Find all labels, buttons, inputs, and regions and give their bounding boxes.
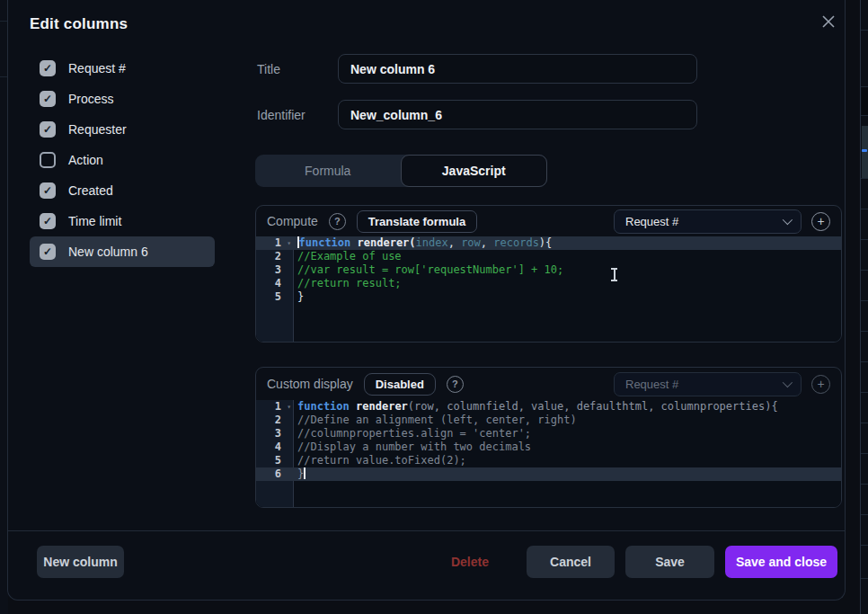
column-list-item[interactable]: ✓New column 6 bbox=[30, 236, 215, 267]
line-number: 1▾ bbox=[256, 400, 294, 414]
compute-panel: Compute ? Translate formula Request # + … bbox=[255, 205, 842, 343]
compute-panel-header: Compute ? Translate formula Request # + bbox=[256, 206, 841, 236]
code-line[interactable]: 2//Example of use bbox=[256, 250, 841, 263]
line-number: 3 bbox=[256, 263, 294, 277]
code-text: //Display a number with two decimals bbox=[294, 440, 531, 454]
line-number: 5 bbox=[256, 290, 294, 304]
code-line[interactable]: 6} bbox=[256, 467, 841, 481]
code-text: //var result = row['requestNumber'] + 10… bbox=[294, 263, 563, 277]
background-table-line bbox=[861, 453, 868, 454]
line-number: 5 bbox=[256, 454, 294, 467]
line-number: 2 bbox=[256, 250, 294, 263]
background-table-line bbox=[861, 392, 868, 393]
checkbox-checked-icon[interactable]: ✓ bbox=[40, 91, 56, 107]
formula-javascript-tabs: Formula JavaScript bbox=[255, 155, 547, 187]
footer-actions: Delete Cancel Save Save and close bbox=[451, 546, 837, 578]
checkbox-checked-icon[interactable]: ✓ bbox=[40, 60, 56, 76]
footer-divider bbox=[8, 530, 845, 531]
line-number: 4 bbox=[256, 277, 294, 290]
checkbox-checked-icon[interactable]: ✓ bbox=[40, 244, 56, 260]
identifier-label: Identifier bbox=[257, 108, 306, 122]
add-icon[interactable]: + bbox=[811, 375, 830, 394]
disabled-toggle-button[interactable]: Disabled bbox=[364, 373, 436, 396]
line-number: 6 bbox=[256, 467, 294, 481]
checkbox-checked-icon[interactable]: ✓ bbox=[40, 213, 56, 229]
background-table-line bbox=[861, 545, 868, 546]
code-text: } bbox=[294, 290, 304, 304]
column-list-item[interactable]: ✓Process bbox=[30, 84, 215, 114]
checkbox-checked-icon[interactable]: ✓ bbox=[40, 182, 56, 199]
column-list-item[interactable]: Action bbox=[30, 145, 215, 175]
code-text: //columnproperties.align = 'center'; bbox=[294, 427, 531, 440]
chevron-down-icon bbox=[783, 378, 793, 387]
background-table-line bbox=[861, 578, 868, 579]
code-line[interactable]: 5//return value.toFixed(2); bbox=[256, 454, 841, 467]
code-text: } bbox=[294, 467, 306, 481]
background-page-right bbox=[860, 0, 868, 614]
code-line[interactable]: 3//var result = row['requestNumber'] + 1… bbox=[256, 263, 841, 277]
line-number: 2 bbox=[256, 414, 294, 427]
code-text: function renderer(row, columnfield, valu… bbox=[294, 400, 778, 414]
new-column-button[interactable]: New column bbox=[37, 546, 124, 578]
text-caret bbox=[304, 467, 306, 479]
screen: Edit columns ✓Request #✓Process✓Requeste… bbox=[0, 0, 868, 614]
code-text: function renderer(index, row, records){ bbox=[294, 236, 552, 250]
compute-column-dropdown[interactable]: Request # bbox=[614, 209, 802, 234]
checkbox-checked-icon[interactable]: ✓ bbox=[40, 121, 56, 138]
custom-display-header: Custom display Disabled ? Request # + bbox=[256, 368, 841, 400]
tab-javascript[interactable]: JavaScript bbox=[401, 155, 548, 187]
custom-display-label: Custom display bbox=[267, 377, 353, 391]
help-icon[interactable]: ? bbox=[447, 376, 464, 393]
fold-arrow-icon[interactable]: ▾ bbox=[287, 400, 291, 414]
cancel-button[interactable]: Cancel bbox=[527, 546, 615, 578]
identifier-input[interactable] bbox=[338, 100, 697, 129]
add-icon[interactable]: + bbox=[811, 212, 830, 231]
column-list-item[interactable]: ✓Requester bbox=[30, 114, 215, 145]
help-icon[interactable]: ? bbox=[329, 213, 346, 230]
code-line[interactable]: 4//return result; bbox=[256, 277, 841, 290]
tab-formula[interactable]: Formula bbox=[255, 155, 401, 187]
code-line[interactable]: 1▾function renderer(index, row, records)… bbox=[256, 236, 841, 250]
background-table-line bbox=[861, 423, 868, 423]
delete-button[interactable]: Delete bbox=[451, 555, 489, 569]
background-table-line bbox=[861, 239, 868, 240]
code-line[interactable]: 3//columnproperties.align = 'center'; bbox=[256, 427, 841, 440]
compute-dropdown-value: Request # bbox=[625, 215, 678, 228]
line-number: 1▾ bbox=[256, 236, 294, 250]
background-table-line bbox=[861, 30, 868, 31]
background-table-line bbox=[861, 270, 868, 271]
code-text: //Example of use bbox=[294, 250, 402, 263]
column-list-item[interactable]: ✓Created bbox=[30, 175, 215, 206]
column-list-item-label: Created bbox=[68, 183, 113, 198]
translate-formula-button[interactable]: Translate formula bbox=[357, 210, 477, 233]
code-line[interactable]: 4//Display a number with two decimals bbox=[256, 440, 841, 454]
code-text: //return result; bbox=[294, 277, 402, 290]
column-list-item[interactable]: ✓Time limit bbox=[30, 206, 215, 236]
background-table-line bbox=[861, 300, 868, 301]
background-table-cell bbox=[862, 86, 868, 115]
column-list: ✓Request #✓Process✓RequesterAction✓Creat… bbox=[30, 53, 215, 267]
code-line[interactable]: 5} bbox=[256, 290, 841, 304]
code-line[interactable]: 2//Define an alignment (left, center, ri… bbox=[256, 414, 841, 427]
fold-arrow-icon[interactable]: ▾ bbox=[287, 236, 291, 250]
background-table-line bbox=[861, 484, 868, 485]
line-number: 3 bbox=[256, 427, 294, 440]
checkbox-unchecked-icon[interactable] bbox=[40, 152, 56, 168]
code-text: //return value.toFixed(2); bbox=[294, 454, 466, 467]
column-list-item[interactable]: ✓Request # bbox=[30, 53, 215, 84]
background-table-line bbox=[861, 115, 868, 116]
column-list-item-label: Requester bbox=[68, 122, 127, 137]
custom-display-column-dropdown[interactable]: Request # bbox=[614, 372, 802, 396]
background-table-icon bbox=[862, 149, 867, 152]
save-and-close-button[interactable]: Save and close bbox=[725, 546, 837, 578]
close-icon[interactable] bbox=[818, 11, 839, 32]
background-table-line bbox=[861, 514, 868, 515]
code-line[interactable]: 1▾function renderer(row, columnfield, va… bbox=[256, 400, 841, 414]
save-button[interactable]: Save bbox=[625, 546, 714, 578]
column-list-item-label: Action bbox=[68, 153, 103, 167]
custom-display-code-editor[interactable]: 1▾function renderer(row, columnfield, va… bbox=[256, 400, 841, 507]
background-table-line bbox=[861, 86, 868, 87]
compute-code-editor[interactable]: 1▾function renderer(index, row, records)… bbox=[256, 236, 841, 342]
background-table-cell-highlight bbox=[862, 126, 868, 178]
title-input[interactable] bbox=[338, 54, 697, 84]
